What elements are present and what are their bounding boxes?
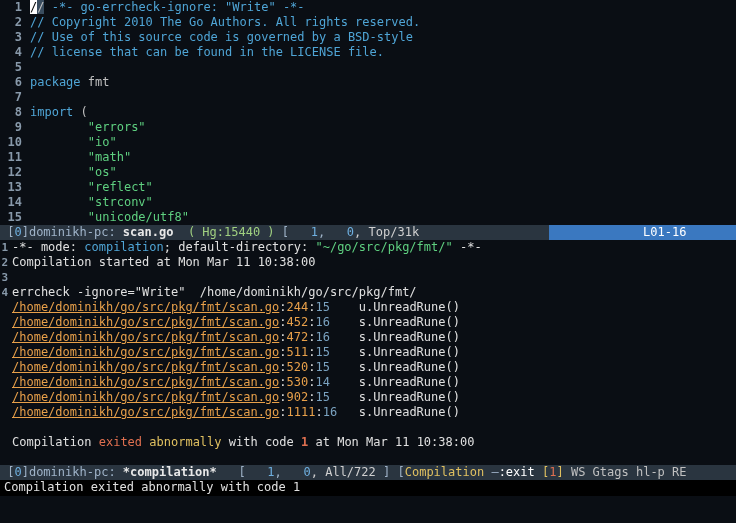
code-line[interactable]: 8import ( [0,105,736,120]
error-file-link[interactable]: /home/dominikh/go/src/pkg/fmt/scan.go [12,390,279,404]
mlb-ccbr: ] [556,465,563,480]
error-line: 472 [287,330,309,344]
comp-text: /home/dominikh/go/src/pkg/fmt/scan.go:24… [12,300,460,315]
mlb-trail: WS Gtags hl-p RE [564,465,687,480]
echo-area: Compilation exited abnormally with code … [0,480,736,496]
editor-pane[interactable]: 1// -*- go-errcheck-ignore: "Write" -*-2… [0,0,736,225]
ml-host: dominikh-pc: [29,225,116,240]
comp-line-number [0,375,12,390]
code-line[interactable]: 5 [0,60,736,75]
error-file-link[interactable]: /home/dominikh/go/src/pkg/fmt/scan.go [12,315,279,329]
comp-line-number: 4 [0,285,12,300]
code-content[interactable]: "os" [30,165,117,180]
comp-line-number [0,330,12,345]
code-line[interactable]: 6package fmt [0,75,736,90]
code-line[interactable]: 15 "unicode/utf8" [0,210,736,225]
code-line[interactable]: 13 "reflect" [0,180,736,195]
comp-line-number: 3 [0,270,12,285]
code-line[interactable]: 4// license that can be found in the LIC… [0,45,736,60]
ml-spacer [419,225,549,240]
error-line: 902 [287,390,309,404]
error-line: 520 [287,360,309,374]
modeline-bottom: [0]dominikh-pc: *compilation* [ 1, 0, Al… [0,465,736,480]
line-number: 8 [0,105,30,120]
comp-text: /home/dominikh/go/src/pkg/fmt/scan.go:90… [12,390,460,405]
compilation-pane[interactable]: 1-*- mode: compilation; default-director… [0,240,736,465]
mlb-n2: 0 [304,465,311,480]
code-line[interactable]: 12 "os" [0,165,736,180]
line-number: 7 [0,90,30,105]
compilation-line [0,450,736,465]
mlb-clb: [ [397,465,404,480]
error-file-link[interactable]: /home/dominikh/go/src/pkg/fmt/scan.go [12,360,279,374]
code-line[interactable]: 10 "io" [0,135,736,150]
error-file-link[interactable]: /home/dominikh/go/src/pkg/fmt/scan.go [12,330,279,344]
line-number: 11 [0,150,30,165]
code-line[interactable]: 11 "math" [0,150,736,165]
code-line[interactable]: 9 "errors" [0,120,736,135]
code-content[interactable]: // Use of this source code is governed b… [30,30,413,45]
comp-line-number [0,390,12,405]
comp-line-number [0,345,12,360]
line-number: 6 [0,75,30,90]
comp-text: errcheck -ignore="Write" /home/dominikh/… [12,285,417,300]
error-file-link[interactable]: /home/dominikh/go/src/pkg/fmt/scan.go [12,345,279,359]
code-line[interactable]: 3// Use of this source code is governed … [0,30,736,45]
line-number: 12 [0,165,30,180]
ml-col: 0 [347,225,354,240]
mlb-ccb: [ [542,465,549,480]
code-content[interactable]: // license that can be found in the LICE… [30,45,384,60]
error-file-link[interactable]: /home/dominikh/go/src/pkg/fmt/scan.go [12,405,279,419]
mlb-n1: 1 [267,465,274,480]
compilation-line: /home/dominikh/go/src/pkg/fmt/scan.go:53… [0,375,736,390]
code-line[interactable]: 2// Copyright 2010 The Go Authors. All r… [0,15,736,30]
compilation-line: 4errcheck -ignore="Write" /home/dominikh… [0,285,736,300]
comp-text: /home/dominikh/go/src/pkg/fmt/scan.go:53… [12,375,460,390]
comp-line-number: 1 [0,240,12,255]
code-line[interactable]: 1// -*- go-errcheck-ignore: "Write" -*- [0,0,736,15]
error-file-link[interactable]: /home/dominikh/go/src/pkg/fmt/scan.go [12,300,279,314]
mlb-bk: 0 [14,465,21,480]
ml-rb: ] [22,225,29,240]
code-content[interactable]: // -*- go-errcheck-ignore: "Write" -*- [30,0,305,15]
code-content[interactable]: "strconv" [30,195,153,210]
compilation-line: /home/dominikh/go/src/pkg/fmt/scan.go:90… [0,390,736,405]
error-col: 15 [315,360,329,374]
error-col: 15 [315,345,329,359]
code-content[interactable]: "io" [30,135,117,150]
compilation-line: /home/dominikh/go/src/pkg/fmt/scan.go:24… [0,300,736,315]
line-number: 9 [0,120,30,135]
error-file-link[interactable]: /home/dominikh/go/src/pkg/fmt/scan.go [12,375,279,389]
mlb-file: *compilation* [116,465,224,480]
ml-selection: L01-16 [549,225,736,240]
code-content[interactable]: // Copyright 2010 The Go Authors. All ri… [30,15,420,30]
error-line: 530 [287,375,309,389]
comp-line-number [0,300,12,315]
code-line[interactable]: 7 [0,90,736,105]
error-col: 16 [315,315,329,329]
code-content[interactable]: "math" [30,150,131,165]
ml-bk-in: 0 [14,225,21,240]
code-content[interactable]: package fmt [30,75,109,90]
code-content[interactable]: "reflect" [30,180,153,195]
compilation-line: Compilation exited abnormally with code … [0,435,736,450]
comp-line-number [0,360,12,375]
compilation-line [0,420,736,435]
line-number: 2 [0,15,30,30]
comp-text: /home/dominikh/go/src/pkg/fmt/scan.go:51… [12,345,460,360]
comp-line-number [0,315,12,330]
code-content[interactable]: "errors" [30,120,146,135]
comp-text: Compilation started at Mon Mar 11 10:38:… [12,255,315,270]
error-line: 452 [287,315,309,329]
mlb-size: 722 [354,465,376,480]
line-number: 4 [0,45,30,60]
mlb-cdash: — [491,465,498,480]
ml-bracket: [ [0,225,14,240]
error-line: 1111 [287,405,316,419]
code-content[interactable]: "unicode/utf8" [30,210,189,225]
comp-text: /home/dominikh/go/src/pkg/fmt/scan.go:11… [12,405,460,420]
code-content[interactable]: import ( [30,105,88,120]
line-number: 14 [0,195,30,210]
line-number: 3 [0,30,30,45]
code-line[interactable]: 14 "strconv" [0,195,736,210]
